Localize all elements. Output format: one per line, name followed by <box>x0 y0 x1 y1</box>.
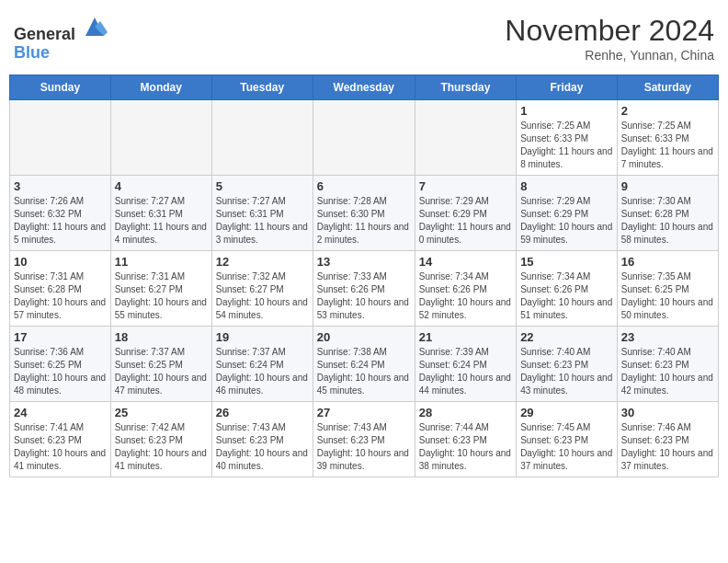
calendar-cell: 17Sunrise: 7:36 AM Sunset: 6:25 PM Dayli… <box>10 327 111 402</box>
day-number: 21 <box>419 330 512 344</box>
calendar-cell <box>10 100 111 176</box>
day-number: 3 <box>14 179 107 193</box>
day-number: 25 <box>115 406 208 419</box>
calendar-cell: 2Sunrise: 7:25 AM Sunset: 6:33 PM Daylig… <box>617 100 718 176</box>
header-row: SundayMondayTuesdayWednesdayThursdayFrid… <box>10 75 719 100</box>
logo: General Blue <box>14 14 108 63</box>
day-number: 12 <box>216 255 309 269</box>
day-info: Sunrise: 7:26 AM Sunset: 6:32 PM Dayligh… <box>14 195 107 247</box>
day-info: Sunrise: 7:31 AM Sunset: 6:27 PM Dayligh… <box>115 270 208 322</box>
day-number: 11 <box>115 255 208 269</box>
day-number: 8 <box>520 179 613 193</box>
logo-line1: General <box>14 14 108 44</box>
day-info: Sunrise: 7:43 AM Sunset: 6:23 PM Dayligh… <box>317 421 411 473</box>
day-info: Sunrise: 7:46 AM Sunset: 6:23 PM Dayligh… <box>621 421 714 473</box>
day-number: 20 <box>317 330 411 344</box>
col-header-friday: Friday <box>517 75 618 100</box>
day-number: 6 <box>317 179 411 193</box>
calendar-cell: 18Sunrise: 7:37 AM Sunset: 6:25 PM Dayli… <box>110 327 211 402</box>
day-number: 24 <box>14 406 107 419</box>
day-info: Sunrise: 7:31 AM Sunset: 6:28 PM Dayligh… <box>14 270 107 322</box>
logo-blue: Blue <box>14 43 50 62</box>
calendar-cell: 25Sunrise: 7:42 AM Sunset: 6:23 PM Dayli… <box>110 402 211 477</box>
calendar-cell: 23Sunrise: 7:40 AM Sunset: 6:23 PM Dayli… <box>617 327 718 402</box>
calendar-cell <box>211 100 313 176</box>
calendar-cell: 19Sunrise: 7:37 AM Sunset: 6:24 PM Dayli… <box>211 327 313 402</box>
day-info: Sunrise: 7:37 AM Sunset: 6:24 PM Dayligh… <box>216 346 309 397</box>
day-info: Sunrise: 7:43 AM Sunset: 6:23 PM Dayligh… <box>216 421 309 473</box>
col-header-wednesday: Wednesday <box>313 75 415 100</box>
col-header-sunday: Sunday <box>10 75 111 100</box>
day-number: 7 <box>419 179 512 193</box>
day-info: Sunrise: 7:36 AM Sunset: 6:25 PM Dayligh… <box>14 346 107 397</box>
day-info: Sunrise: 7:29 AM Sunset: 6:29 PM Dayligh… <box>419 195 512 247</box>
day-info: Sunrise: 7:42 AM Sunset: 6:23 PM Dayligh… <box>115 421 208 473</box>
calendar-cell: 27Sunrise: 7:43 AM Sunset: 6:23 PM Dayli… <box>313 402 415 477</box>
calendar-cell <box>415 100 516 176</box>
col-header-saturday: Saturday <box>617 75 718 100</box>
col-header-tuesday: Tuesday <box>211 75 313 100</box>
location: Renhe, Yunnan, China <box>505 48 714 63</box>
day-number: 22 <box>520 330 613 344</box>
day-info: Sunrise: 7:40 AM Sunset: 6:23 PM Dayligh… <box>520 346 613 397</box>
calendar-cell: 8Sunrise: 7:29 AM Sunset: 6:29 PM Daylig… <box>517 176 618 251</box>
logo-icon <box>82 14 108 40</box>
day-info: Sunrise: 7:40 AM Sunset: 6:23 PM Dayligh… <box>621 346 714 397</box>
day-number: 16 <box>621 255 714 269</box>
day-number: 19 <box>216 330 309 344</box>
day-number: 2 <box>621 104 714 118</box>
page-header: General Blue November 2024 Renhe, Yunnan… <box>9 9 719 67</box>
title-area: November 2024 Renhe, Yunnan, China <box>505 14 714 63</box>
day-info: Sunrise: 7:37 AM Sunset: 6:25 PM Dayligh… <box>115 346 208 397</box>
week-row-2: 3Sunrise: 7:26 AM Sunset: 6:32 PM Daylig… <box>10 176 719 251</box>
day-number: 5 <box>216 179 309 193</box>
day-info: Sunrise: 7:39 AM Sunset: 6:24 PM Dayligh… <box>419 346 512 397</box>
day-info: Sunrise: 7:32 AM Sunset: 6:27 PM Dayligh… <box>216 270 309 322</box>
week-row-1: 1Sunrise: 7:25 AM Sunset: 6:33 PM Daylig… <box>10 100 719 176</box>
calendar-cell: 21Sunrise: 7:39 AM Sunset: 6:24 PM Dayli… <box>415 327 516 402</box>
day-number: 1 <box>520 104 613 118</box>
month-title: November 2024 <box>505 14 714 48</box>
logo-general: General <box>14 25 75 43</box>
col-header-monday: Monday <box>110 75 211 100</box>
day-number: 14 <box>419 255 512 269</box>
day-number: 10 <box>14 255 107 269</box>
calendar-cell: 24Sunrise: 7:41 AM Sunset: 6:23 PM Dayli… <box>10 402 111 477</box>
calendar-cell: 7Sunrise: 7:29 AM Sunset: 6:29 PM Daylig… <box>415 176 516 251</box>
calendar-cell: 14Sunrise: 7:34 AM Sunset: 6:26 PM Dayli… <box>415 251 516 327</box>
day-number: 9 <box>621 179 714 193</box>
day-info: Sunrise: 7:28 AM Sunset: 6:30 PM Dayligh… <box>317 195 411 247</box>
day-info: Sunrise: 7:25 AM Sunset: 6:33 PM Dayligh… <box>621 120 714 171</box>
day-info: Sunrise: 7:38 AM Sunset: 6:24 PM Dayligh… <box>317 346 411 397</box>
calendar-cell: 1Sunrise: 7:25 AM Sunset: 6:33 PM Daylig… <box>517 100 618 176</box>
day-number: 30 <box>621 406 714 419</box>
calendar-cell: 10Sunrise: 7:31 AM Sunset: 6:28 PM Dayli… <box>10 251 111 327</box>
day-number: 27 <box>317 406 411 419</box>
day-info: Sunrise: 7:27 AM Sunset: 6:31 PM Dayligh… <box>216 195 309 247</box>
calendar-cell: 26Sunrise: 7:43 AM Sunset: 6:23 PM Dayli… <box>211 402 313 477</box>
col-header-thursday: Thursday <box>415 75 516 100</box>
calendar-cell: 22Sunrise: 7:40 AM Sunset: 6:23 PM Dayli… <box>517 327 618 402</box>
day-info: Sunrise: 7:34 AM Sunset: 6:26 PM Dayligh… <box>419 270 512 322</box>
week-row-4: 17Sunrise: 7:36 AM Sunset: 6:25 PM Dayli… <box>10 327 719 402</box>
calendar-cell <box>110 100 211 176</box>
calendar-cell: 20Sunrise: 7:38 AM Sunset: 6:24 PM Dayli… <box>313 327 415 402</box>
calendar-table: SundayMondayTuesdayWednesdayThursdayFrid… <box>9 75 719 477</box>
day-info: Sunrise: 7:33 AM Sunset: 6:26 PM Dayligh… <box>317 270 411 322</box>
day-info: Sunrise: 7:41 AM Sunset: 6:23 PM Dayligh… <box>14 421 107 473</box>
calendar-cell <box>313 100 415 176</box>
day-number: 13 <box>317 255 411 269</box>
day-number: 28 <box>419 406 512 419</box>
calendar-cell: 3Sunrise: 7:26 AM Sunset: 6:32 PM Daylig… <box>10 176 111 251</box>
calendar-cell: 6Sunrise: 7:28 AM Sunset: 6:30 PM Daylig… <box>313 176 415 251</box>
calendar-cell: 16Sunrise: 7:35 AM Sunset: 6:25 PM Dayli… <box>617 251 718 327</box>
day-info: Sunrise: 7:27 AM Sunset: 6:31 PM Dayligh… <box>115 195 208 247</box>
calendar-cell: 11Sunrise: 7:31 AM Sunset: 6:27 PM Dayli… <box>110 251 211 327</box>
day-number: 26 <box>216 406 309 419</box>
calendar-cell: 4Sunrise: 7:27 AM Sunset: 6:31 PM Daylig… <box>110 176 211 251</box>
day-number: 29 <box>520 406 613 419</box>
calendar-cell: 29Sunrise: 7:45 AM Sunset: 6:23 PM Dayli… <box>517 402 618 477</box>
day-info: Sunrise: 7:29 AM Sunset: 6:29 PM Dayligh… <box>520 195 613 247</box>
day-number: 23 <box>621 330 714 344</box>
day-number: 4 <box>115 179 208 193</box>
